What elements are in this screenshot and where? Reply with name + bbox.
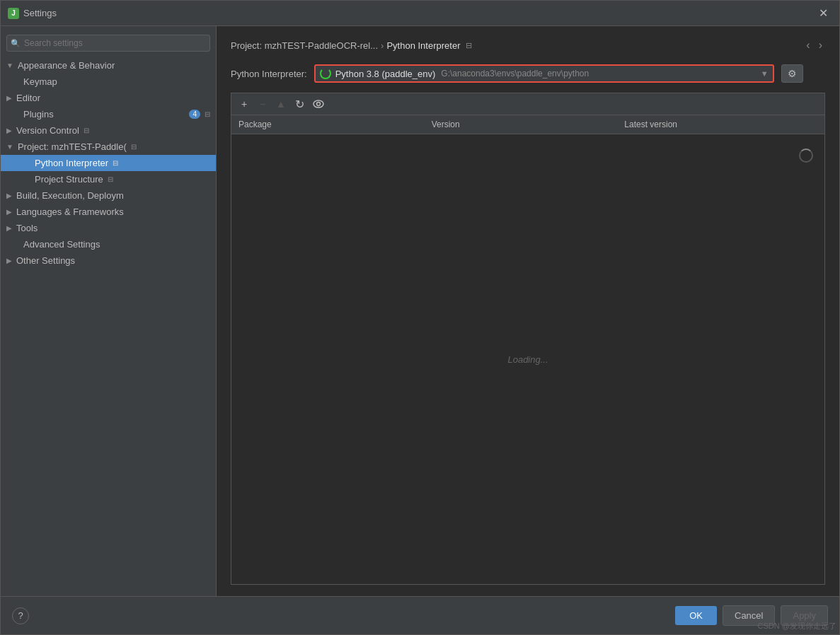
sidebar-item-project-structure[interactable]: Project Structure ⊟ [1,171,216,187]
sidebar-item-plugins[interactable]: Plugins 4 ⊟ [1,106,216,122]
search-box: 🔍 [6,35,210,52]
settings-dialog: J Settings ✕ 🔍 ▼ Appearance & Behavior K… [0,0,840,635]
search-icon: 🔍 [11,39,21,48]
column-package: Package [238,120,432,129]
sidebar-item-label: Other Settings [16,255,75,266]
column-version: Version [432,120,625,129]
window-title: Settings [23,8,57,18]
breadcrumb: Project: mzhTEST-PaddleOCR-rel... › Pyth… [231,40,472,51]
nav-arrows: ‹ › [803,37,825,53]
plugins-badge: 4 [189,110,200,119]
svg-point-0 [313,100,323,107]
svg-point-1 [317,103,321,106]
sidebar: 🔍 ▼ Appearance & Behavior Keymap ▶ Edito… [1,26,217,596]
chevron-icon: ▶ [6,257,12,264]
loading-spinner [799,148,813,163]
sidebar-item-label: Project Structure [35,174,103,185]
chevron-icon: ▶ [6,208,12,216]
chevron-icon: ▶ [6,192,12,199]
sidebar-item-label: Editor [16,93,40,103]
back-button[interactable]: ‹ [803,37,812,53]
search-input[interactable] [6,35,210,52]
chevron-icon: ▶ [6,224,12,232]
sidebar-item-label: Keymap [23,76,57,87]
main-content: Project: mzhTEST-PaddleOCR-rel... › Pyth… [217,26,839,596]
bottom-bar: ? OK Cancel Apply [1,596,839,634]
eye-button[interactable] [309,96,328,112]
table-header: Package Version Latest version [231,115,824,134]
sidebar-item-other-settings[interactable]: ▶ Other Settings [1,252,216,269]
app-icon: J [8,8,19,19]
remove-package-button[interactable]: − [254,96,271,112]
interpreter-row: Python Interpreter: Python 3.8 (paddle_e… [231,64,825,83]
sidebar-item-build-execution[interactable]: ▶ Build, Execution, Deploym [1,187,216,204]
sidebar-item-label: Languages & Frameworks [16,206,124,217]
table-body: Loading... [231,134,824,584]
interpreter-spinner [320,68,331,79]
sidebar-item-tools[interactable]: ▶ Tools [1,220,216,236]
sidebar-item-label: Project: mzhTEST-Paddle( [18,141,127,152]
sidebar-item-python-interpreter[interactable]: Python Interpreter ⊟ [1,155,216,171]
dialog-body: 🔍 ▼ Appearance & Behavior Keymap ▶ Edito… [1,26,839,596]
breadcrumb-separator: › [381,40,384,51]
external-icon: ⊟ [205,110,210,118]
refresh-button[interactable]: ↻ [291,96,308,112]
external-icon: ⊟ [108,175,113,183]
chevron-icon: ▼ [6,62,13,69]
chevron-icon: ▶ [6,94,12,102]
breadcrumb-project: Project: mzhTEST-PaddleOCR-rel... [231,40,378,51]
sidebar-item-label: Advanced Settings [23,239,100,250]
sidebar-item-editor[interactable]: ▶ Editor [1,90,216,106]
ok-button[interactable]: OK [675,606,717,625]
sidebar-item-keymap[interactable]: Keymap [1,74,216,90]
forward-button[interactable]: › [816,37,825,53]
sidebar-item-label: Tools [16,223,38,233]
dropdown-chevron-icon: ▼ [761,69,769,78]
external-icon: ⊟ [131,143,137,151]
external-icon: ⊟ [113,159,118,167]
edit-icon: ⊟ [466,41,472,50]
sidebar-item-label: Plugins [23,109,54,120]
interpreter-name: Python 3.8 (paddle_env) [335,69,436,79]
sidebar-item-label: Python Interpreter [35,158,108,168]
up-button[interactable]: ▲ [272,96,289,112]
sidebar-item-project[interactable]: ▼ Project: mzhTEST-Paddle( ⊟ [1,139,216,155]
sidebar-item-appearance-behavior[interactable]: ▼ Appearance & Behavior [1,57,216,74]
close-button[interactable]: ✕ [815,5,832,21]
toolbar: + − ▲ ↻ [231,93,824,115]
help-button[interactable]: ? [12,607,29,624]
package-area: + − ▲ ↻ Package Version Latest version [231,93,825,585]
title-bar-left: J Settings [8,8,57,19]
interpreter-dropdown[interactable]: Python 3.8 (paddle_env) G:\anaconda3\env… [314,64,774,83]
sidebar-item-advanced-settings[interactable]: Advanced Settings [1,236,216,252]
interpreter-path: G:\anaconda3\envs\paddle_env\python [441,69,589,78]
sidebar-item-label: Version Control [16,125,79,136]
title-bar: J Settings ✕ [1,1,839,26]
sidebar-item-label: Build, Execution, Deploym [16,190,124,201]
breadcrumb-current: Python Interpreter [386,40,460,51]
sidebar-item-label: Appearance & Behavior [18,60,115,71]
add-package-button[interactable]: + [236,96,253,112]
interpreter-label: Python Interpreter: [231,69,307,79]
chevron-icon: ▶ [6,127,12,134]
sidebar-item-languages-frameworks[interactable]: ▶ Languages & Frameworks [1,204,216,220]
column-latest-version: Latest version [624,120,817,129]
gear-button[interactable]: ⚙ [781,64,803,83]
breadcrumb-bar: Project: mzhTEST-PaddleOCR-rel... › Pyth… [231,37,825,53]
chevron-icon: ▼ [6,143,13,151]
loading-text: Loading... [507,354,548,365]
external-icon: ⊟ [84,127,89,134]
sidebar-item-version-control[interactable]: ▶ Version Control ⊟ [1,122,216,139]
watermark: CSDN @发现你走远了 [758,621,836,631]
